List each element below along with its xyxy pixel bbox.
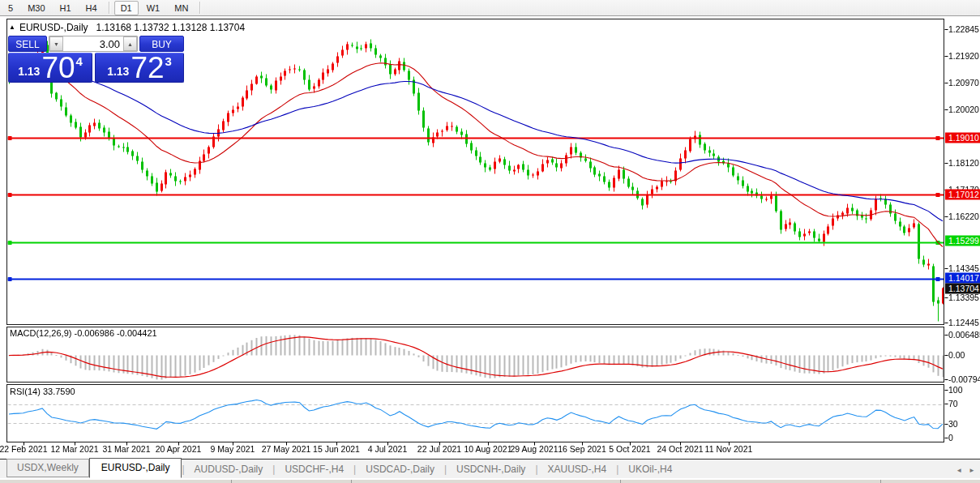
rsi-tick-label: 70 bbox=[948, 399, 958, 408]
price-tick-label: 1.20020 bbox=[948, 105, 979, 114]
date-axis-label: 15 Jun 2021 bbox=[313, 444, 360, 454]
macd-tick-label: 0.00 bbox=[948, 350, 965, 360]
one-click-trading-panel: SELL ▼ ▲ BUY 1.13 70 4 1.13 72 3 bbox=[8, 36, 184, 83]
chart-ohlc-values: 1.13168 1.13732 1.13128 1.13704 bbox=[96, 22, 246, 33]
strip-separator bbox=[880, 480, 881, 483]
rsi-indicator-label: RSI(14) 33.7590 bbox=[10, 387, 75, 396]
chart-tab-ukoil-h4[interactable]: UKOil-,H4 bbox=[618, 461, 682, 478]
price-tick-label: 1.22845 bbox=[948, 24, 979, 34]
macd-tick-label: -0.007947 bbox=[948, 374, 980, 384]
strip-separator bbox=[231, 480, 232, 483]
tab-scroll-left-icon[interactable]: ◄ bbox=[956, 467, 962, 474]
rsi-tick-label: 0 bbox=[948, 433, 953, 442]
date-axis-label: 12 Mar 2021 bbox=[51, 444, 99, 454]
price-tick-label: 1.18120 bbox=[948, 158, 979, 168]
price-tick-label: 1.21920 bbox=[948, 51, 979, 61]
volume-input[interactable] bbox=[63, 36, 123, 51]
volume-increase-button[interactable]: ▲ bbox=[123, 36, 137, 51]
current-price-badge: 1.13704 bbox=[945, 284, 980, 294]
date-axis-label: 9 May 2021 bbox=[211, 444, 255, 454]
rsi-tick-label: 30 bbox=[948, 419, 958, 429]
buy-price-main: 72 bbox=[131, 56, 164, 80]
chart-tab-eurusd-daily[interactable]: EURUSD-,Daily bbox=[89, 458, 182, 478]
buy-price-prefix: 1.13 bbox=[107, 65, 129, 78]
date-axis-label: 29 Aug 2021 bbox=[511, 444, 558, 454]
price-tick-label: 1.20970 bbox=[948, 78, 979, 88]
chart-title: ▲ EURUSD-,Daily 1.13168 1.13732 1.13128 … bbox=[9, 22, 245, 33]
terminal-window: 5M30H1H4D1W1MN ▲ EURUSD-,Daily 1.13168 1… bbox=[0, 0, 980, 483]
bottom-status-strip bbox=[0, 479, 980, 483]
date-axis-label: 4 Jul 2021 bbox=[368, 444, 407, 454]
chart-tab-xauusd-h4[interactable]: XAUUSD-,H4 bbox=[538, 461, 617, 478]
date-axis-label: 10 Aug 2021 bbox=[464, 444, 512, 454]
chart-tab-usdx-weekly[interactable]: USDX,Weekly bbox=[6, 459, 89, 477]
level-price-badge[interactable]: 1.15299 bbox=[945, 236, 980, 246]
trade-quotes-row: 1.13 70 4 1.13 72 3 bbox=[8, 53, 184, 83]
sell-button[interactable]: SELL bbox=[8, 36, 47, 52]
date-axis-label: 11 Nov 2021 bbox=[705, 444, 753, 454]
level-price-badge[interactable]: 1.17012 bbox=[945, 190, 980, 200]
sell-price-prefix: 1.13 bbox=[18, 65, 40, 78]
chart-tab-usdcnh-daily[interactable]: USDCNH-,Daily bbox=[447, 461, 535, 478]
sell-price-pip: 4 bbox=[76, 54, 83, 68]
tab-scroll-right-icon[interactable]: ► bbox=[969, 467, 975, 474]
date-axis-label: 31 Mar 2021 bbox=[103, 444, 151, 454]
trade-controls-row: SELL ▼ ▲ BUY bbox=[8, 36, 184, 52]
chart-tab-usdchf-h4[interactable]: USDCHF-,H4 bbox=[275, 461, 353, 478]
strip-separator bbox=[351, 480, 352, 483]
date-axis-label: 27 May 2021 bbox=[262, 444, 311, 454]
macd-tick-label: 0.006485 bbox=[948, 330, 980, 340]
price-tick-label: 1.16220 bbox=[948, 212, 979, 221]
strip-separator bbox=[620, 480, 621, 483]
price-tick-label: 1.14345 bbox=[948, 263, 979, 273]
level-price-badge[interactable]: 1.19010 bbox=[945, 133, 980, 143]
price-tick-label: 1.13395 bbox=[948, 293, 979, 302]
sell-price-main: 70 bbox=[41, 56, 75, 80]
date-axis-label: 20 Apr 2021 bbox=[156, 444, 202, 454]
collapse-triangle-icon: ▲ bbox=[9, 24, 15, 31]
date-axis-label: 5 Oct 2021 bbox=[609, 444, 650, 454]
date-axis-label: 22 Jul 2021 bbox=[417, 444, 461, 454]
buy-button[interactable]: BUY bbox=[139, 36, 184, 52]
sell-price-quote[interactable]: 1.13 70 4 bbox=[8, 53, 92, 83]
date-axis-label: 24 Oct 2021 bbox=[657, 444, 703, 454]
chart-tab-usdcad-daily[interactable]: USDCAD-,Daily bbox=[356, 461, 444, 478]
chart-tab-audusd-daily[interactable]: AUDUSD-,Daily bbox=[185, 461, 273, 478]
level-price-badge[interactable]: 1.14017 bbox=[945, 273, 980, 284]
buy-price-quote[interactable]: 1.13 72 3 bbox=[95, 53, 184, 83]
price-tick-label: 1.12445 bbox=[948, 318, 979, 327]
rsi-tick-label: 100 bbox=[948, 385, 963, 395]
chart-tab-bar: USDX,WeeklyEURUSD-,Daily|AUDUSD-,Daily|U… bbox=[0, 459, 980, 478]
date-axis-label: 16 Sep 2021 bbox=[558, 444, 606, 454]
macd-indicator-label: MACD(12,26,9) -0.006986 -0.004421 bbox=[10, 328, 157, 338]
buy-price-pip: 3 bbox=[165, 54, 172, 68]
date-axis-label: 22 Feb 2021 bbox=[0, 444, 47, 454]
tab-pager: ◄► bbox=[956, 467, 975, 474]
volume-stepper: ▼ ▲ bbox=[49, 36, 138, 52]
chart-symbol-label: EURUSD-,Daily bbox=[19, 22, 88, 33]
volume-decrease-button[interactable]: ▼ bbox=[49, 36, 63, 51]
